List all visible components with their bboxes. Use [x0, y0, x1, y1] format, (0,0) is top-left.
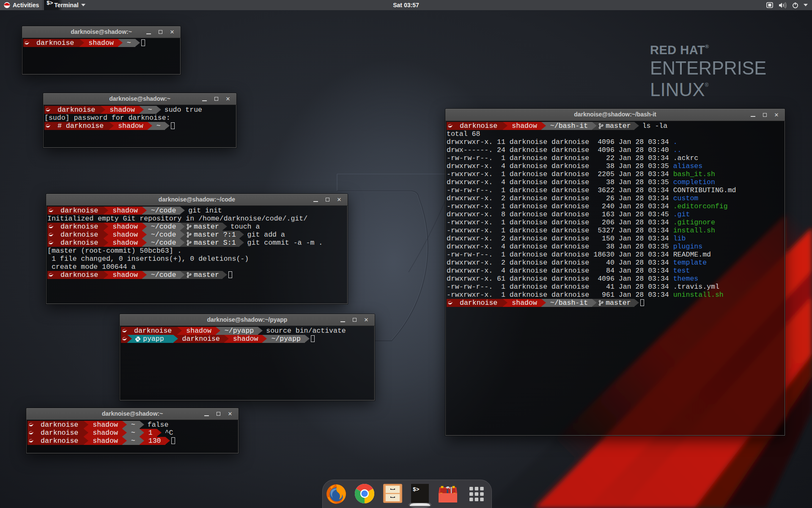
- svg-text:$>: $>: [413, 486, 420, 493]
